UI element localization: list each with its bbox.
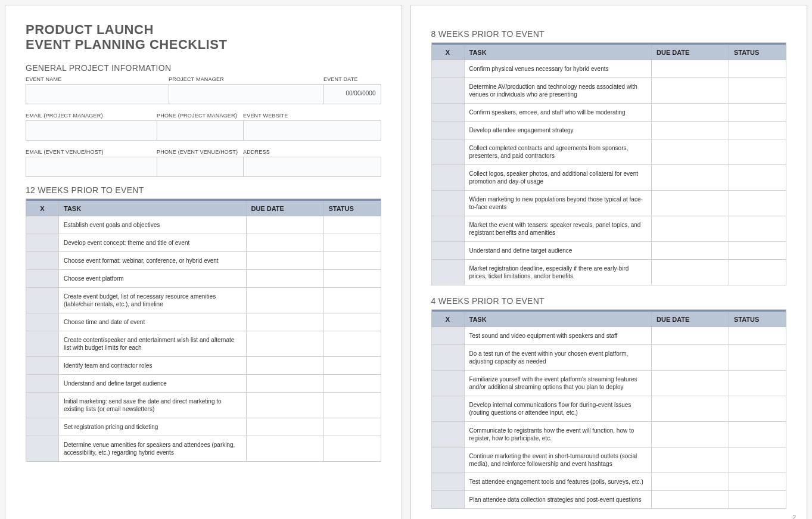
status-cell[interactable] bbox=[729, 422, 786, 447]
status-cell[interactable] bbox=[729, 104, 786, 122]
check-cell[interactable] bbox=[26, 216, 59, 234]
status-cell[interactable] bbox=[323, 216, 381, 234]
due-date-cell[interactable] bbox=[652, 447, 729, 473]
task-cell: Establish event goals and objectives bbox=[59, 216, 247, 234]
status-cell[interactable] bbox=[729, 491, 786, 509]
due-date-cell[interactable] bbox=[652, 165, 729, 191]
status-cell[interactable] bbox=[729, 345, 786, 371]
due-date-cell[interactable] bbox=[246, 418, 323, 436]
status-cell[interactable] bbox=[323, 269, 381, 287]
check-cell[interactable] bbox=[431, 122, 464, 139]
check-cell[interactable] bbox=[26, 269, 59, 287]
check-cell[interactable] bbox=[431, 491, 464, 509]
status-cell[interactable] bbox=[323, 418, 381, 436]
status-cell[interactable] bbox=[323, 251, 381, 269]
due-date-cell[interactable] bbox=[246, 216, 323, 234]
due-date-cell[interactable] bbox=[246, 287, 323, 313]
check-cell[interactable] bbox=[26, 331, 59, 356]
due-date-cell[interactable] bbox=[652, 491, 729, 509]
status-cell[interactable] bbox=[729, 191, 786, 216]
check-cell[interactable] bbox=[431, 371, 464, 396]
check-cell[interactable] bbox=[26, 313, 59, 331]
input-email-venue[interactable] bbox=[26, 157, 157, 177]
check-cell[interactable] bbox=[431, 422, 464, 447]
check-cell[interactable] bbox=[431, 345, 464, 371]
due-date-cell[interactable] bbox=[652, 139, 729, 165]
check-cell[interactable] bbox=[431, 327, 464, 345]
status-cell[interactable] bbox=[729, 371, 786, 396]
status-cell[interactable] bbox=[729, 260, 786, 285]
input-phone-venue[interactable] bbox=[157, 157, 243, 177]
input-event-website[interactable] bbox=[243, 120, 381, 141]
due-date-cell[interactable] bbox=[246, 331, 323, 356]
due-date-cell[interactable] bbox=[652, 242, 729, 260]
status-cell[interactable] bbox=[323, 331, 381, 356]
due-date-cell[interactable] bbox=[246, 269, 323, 287]
check-cell[interactable] bbox=[431, 78, 464, 104]
input-phone-pm[interactable] bbox=[157, 120, 243, 141]
status-cell[interactable] bbox=[323, 287, 381, 313]
due-date-cell[interactable] bbox=[652, 216, 729, 242]
check-cell[interactable] bbox=[431, 165, 464, 191]
check-cell[interactable] bbox=[431, 473, 464, 491]
status-cell[interactable] bbox=[729, 396, 786, 422]
input-address[interactable] bbox=[243, 157, 381, 177]
due-date-cell[interactable] bbox=[652, 345, 729, 371]
status-cell[interactable] bbox=[729, 327, 786, 345]
due-date-cell[interactable] bbox=[652, 260, 729, 285]
check-cell[interactable] bbox=[431, 447, 464, 473]
check-cell[interactable] bbox=[26, 287, 59, 313]
check-cell[interactable] bbox=[431, 139, 464, 165]
due-date-cell[interactable] bbox=[246, 234, 323, 251]
check-cell[interactable] bbox=[431, 260, 464, 285]
due-date-cell[interactable] bbox=[246, 374, 323, 392]
due-date-cell[interactable] bbox=[652, 371, 729, 396]
status-cell[interactable] bbox=[729, 473, 786, 491]
check-cell[interactable] bbox=[26, 234, 59, 251]
status-cell[interactable] bbox=[729, 139, 786, 165]
check-cell[interactable] bbox=[26, 436, 59, 461]
check-cell[interactable] bbox=[431, 104, 464, 122]
status-cell[interactable] bbox=[323, 356, 381, 374]
input-event-name[interactable] bbox=[26, 84, 169, 104]
due-date-cell[interactable] bbox=[652, 422, 729, 447]
status-cell[interactable] bbox=[729, 122, 786, 139]
status-cell[interactable] bbox=[729, 60, 786, 78]
status-cell[interactable] bbox=[729, 447, 786, 473]
status-cell[interactable] bbox=[323, 313, 381, 331]
status-cell[interactable] bbox=[323, 392, 381, 418]
due-date-cell[interactable] bbox=[246, 251, 323, 269]
status-cell[interactable] bbox=[729, 216, 786, 242]
status-cell[interactable] bbox=[323, 374, 381, 392]
check-cell[interactable] bbox=[431, 60, 464, 78]
due-date-cell[interactable] bbox=[652, 473, 729, 491]
check-cell[interactable] bbox=[26, 418, 59, 436]
due-date-cell[interactable] bbox=[652, 104, 729, 122]
status-cell[interactable] bbox=[323, 234, 381, 251]
due-date-cell[interactable] bbox=[652, 327, 729, 345]
due-date-cell[interactable] bbox=[652, 396, 729, 422]
check-cell[interactable] bbox=[431, 216, 464, 242]
check-cell[interactable] bbox=[431, 396, 464, 422]
due-date-cell[interactable] bbox=[652, 191, 729, 216]
due-date-cell[interactable] bbox=[246, 392, 323, 418]
status-cell[interactable] bbox=[323, 436, 381, 461]
due-date-cell[interactable] bbox=[246, 356, 323, 374]
status-cell[interactable] bbox=[729, 165, 786, 191]
due-date-cell[interactable] bbox=[652, 122, 729, 139]
check-cell[interactable] bbox=[26, 374, 59, 392]
due-date-cell[interactable] bbox=[246, 313, 323, 331]
input-event-date[interactable]: 00/00/0000 bbox=[323, 84, 381, 104]
due-date-cell[interactable] bbox=[652, 78, 729, 104]
check-cell[interactable] bbox=[26, 356, 59, 374]
check-cell[interactable] bbox=[431, 191, 464, 216]
input-email-pm[interactable] bbox=[26, 120, 157, 141]
input-project-manager[interactable] bbox=[169, 84, 323, 104]
check-cell[interactable] bbox=[26, 392, 59, 418]
check-cell[interactable] bbox=[431, 242, 464, 260]
due-date-cell[interactable] bbox=[652, 60, 729, 78]
status-cell[interactable] bbox=[729, 78, 786, 104]
status-cell[interactable] bbox=[729, 242, 786, 260]
check-cell[interactable] bbox=[26, 251, 59, 269]
due-date-cell[interactable] bbox=[246, 436, 323, 461]
